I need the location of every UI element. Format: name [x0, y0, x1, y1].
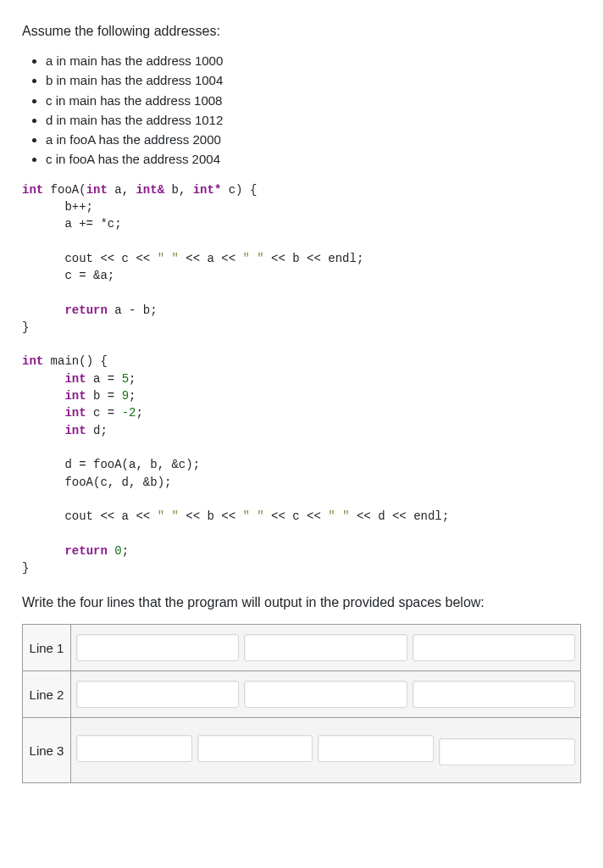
- code-text: ;: [122, 544, 129, 558]
- kw-return: return: [64, 544, 107, 558]
- code-str: " ": [242, 509, 263, 523]
- answer-cell: [71, 718, 581, 783]
- code-str: " ": [158, 252, 179, 265]
- code-text: a - b;: [108, 303, 158, 317]
- address-list: a in main has the address 1000 b in main…: [22, 51, 581, 170]
- table-row: Line 1: [23, 625, 581, 671]
- code-text: }: [22, 320, 29, 334]
- code-text: c = &a;: [22, 269, 114, 282]
- answer-input-3a[interactable]: [76, 735, 192, 762]
- prompt-text: Assume the following addresses:: [22, 24, 581, 39]
- code-text: [22, 406, 64, 420]
- input-row: [71, 730, 580, 771]
- answer-table: Line 1 Line 2 Line 3: [22, 624, 581, 783]
- code-num: 0: [114, 544, 121, 558]
- kw-int: int: [64, 389, 86, 403]
- address-item: a in main has the address 1000: [46, 51, 581, 70]
- answer-cell: [71, 625, 581, 671]
- code-text: c) {: [221, 183, 257, 197]
- code-text: b =: [86, 389, 122, 403]
- instruction-text: Write the four lines that the program wi…: [22, 595, 581, 610]
- address-item: b in main has the address 1004: [46, 70, 581, 90]
- code-text: }: [22, 561, 29, 575]
- code-text: c =: [86, 406, 122, 420]
- answer-input-1c[interactable]: [413, 634, 575, 661]
- table-row: Line 3: [23, 718, 581, 783]
- answer-input-1a[interactable]: [76, 634, 239, 661]
- address-item: a in fooA has the address 2000: [46, 130, 581, 149]
- code-text: fooA(c, d, &b);: [22, 476, 171, 489]
- kw-int: int: [64, 406, 86, 420]
- answer-input-3d[interactable]: [439, 738, 575, 765]
- answer-input-3c[interactable]: [318, 735, 434, 762]
- answer-cell: [71, 671, 581, 718]
- kw-int: int: [86, 183, 108, 197]
- question-container: Assume the following addresses: a in mai…: [0, 0, 604, 868]
- kw-int: int: [22, 354, 43, 368]
- code-text: << d << endl;: [350, 509, 450, 523]
- code-text: a =: [86, 372, 122, 386]
- address-item: d in main has the address 1012: [46, 110, 581, 130]
- code-text: a,: [108, 183, 136, 197]
- code-text: [108, 544, 114, 558]
- kw-return: return: [64, 303, 107, 317]
- code-text: cout << c <<: [22, 252, 158, 265]
- row-label-line3: Line 3: [23, 718, 71, 783]
- address-item: c in fooA has the address 2004: [46, 149, 581, 169]
- answer-input-2a[interactable]: [76, 681, 239, 708]
- code-text: cout << a <<: [22, 509, 158, 523]
- address-item: c in main has the address 1008: [46, 91, 581, 110]
- code-text: << b << endl;: [264, 252, 364, 265]
- code-text: [22, 389, 64, 403]
- code-text: ;: [136, 406, 142, 420]
- code-text: b++;: [22, 200, 93, 214]
- kw-intptr: int*: [193, 183, 222, 197]
- code-text: main() {: [43, 354, 108, 368]
- row-label-line1: Line 1: [23, 625, 71, 671]
- kw-intref: int&: [136, 183, 164, 197]
- code-text: d = fooA(a, b, &c);: [22, 458, 200, 471]
- answer-input-2b[interactable]: [244, 681, 407, 708]
- code-block: int fooA(int a, int& b, int* c) { b++; a…: [22, 181, 581, 577]
- code-text: [22, 424, 64, 437]
- kw-int: int: [64, 424, 86, 437]
- code-text: << a <<: [179, 252, 243, 265]
- kw-int: int: [64, 372, 86, 386]
- code-text: [22, 372, 64, 386]
- answer-input-2c[interactable]: [413, 681, 575, 708]
- code-text: b,: [164, 183, 193, 197]
- code-str: " ": [328, 509, 349, 523]
- code-str: " ": [158, 509, 179, 523]
- row-label-line2: Line 2: [23, 671, 71, 718]
- code-text: d;: [86, 424, 108, 437]
- answer-input-3b[interactable]: [197, 735, 313, 762]
- answer-input-1b[interactable]: [244, 634, 407, 661]
- table-row: Line 2: [23, 671, 581, 718]
- code-num: -2: [122, 406, 136, 420]
- code-text: << c <<: [264, 509, 329, 523]
- input-row: [71, 676, 580, 713]
- code-text: ;: [129, 389, 136, 403]
- code-text: fooA(: [43, 183, 86, 197]
- kw-int: int: [22, 183, 43, 197]
- code-text: << b <<: [179, 509, 243, 523]
- code-str: " ": [242, 252, 263, 265]
- input-row: [71, 629, 580, 666]
- code-text: ;: [129, 372, 136, 386]
- code-num: 9: [122, 389, 129, 403]
- code-num: 5: [122, 372, 129, 386]
- code-text: a += *c;: [22, 217, 122, 231]
